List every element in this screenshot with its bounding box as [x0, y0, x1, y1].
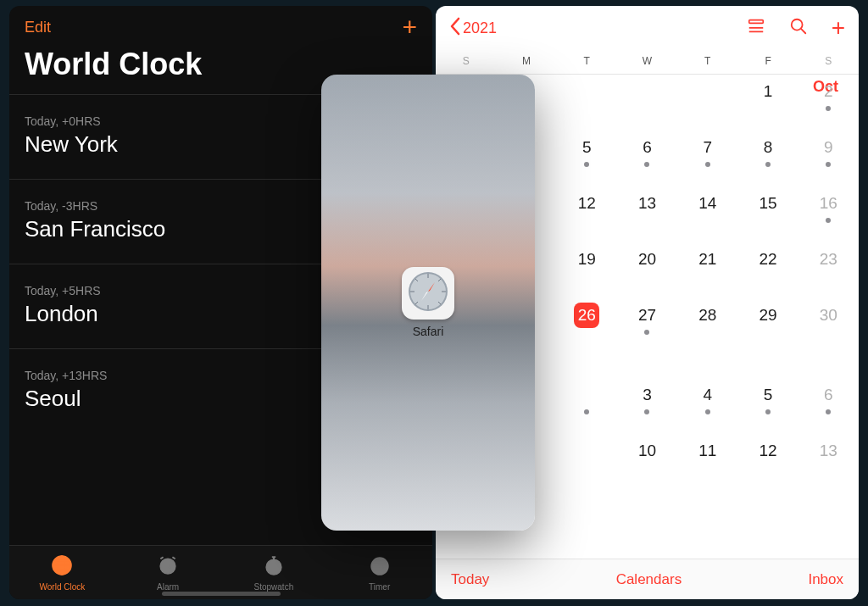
safari-app-icon[interactable]	[402, 267, 454, 320]
event-dot	[644, 162, 649, 167]
calendar-day-cell	[677, 490, 737, 546]
calendar-day-cell[interactable]: 6	[617, 131, 677, 186]
calendar-day-cell[interactable]: 15	[737, 186, 798, 242]
home-indicator[interactable]	[162, 592, 281, 596]
search-button[interactable]	[789, 17, 808, 39]
tab-label: Timer	[369, 582, 390, 592]
event-dot	[705, 409, 710, 414]
calendar-day-cell[interactable]: 5	[557, 131, 617, 186]
city-name: San Francisco	[25, 216, 165, 242]
tab-label: Stopwatch	[254, 582, 294, 592]
city-offset: Today, +13HRS	[25, 369, 107, 382]
calendar-day-cell[interactable]: 3	[617, 378, 677, 434]
calendar-day-cell[interactable]: 12	[557, 186, 617, 242]
calendars-button[interactable]: Calendars	[616, 571, 682, 588]
event-dot	[584, 162, 589, 167]
event-dot	[644, 409, 649, 414]
weekday-label: S	[798, 55, 859, 67]
day-number: 30	[820, 299, 837, 325]
calendar-day-cell[interactable]: 28	[677, 298, 737, 354]
calendar-day-cell[interactable]: 26	[557, 298, 617, 354]
calendar-day-cell[interactable]: 22	[737, 242, 798, 298]
calendar-day-cell[interactable]: 1	[737, 75, 798, 131]
edit-button[interactable]: Edit	[25, 19, 51, 36]
slideover-panel[interactable]: Safari	[321, 75, 535, 531]
calendar-day-cell[interactable]: 29	[737, 298, 798, 354]
calendar-day-cell[interactable]: 6	[798, 378, 859, 434]
day-number: 6	[824, 379, 833, 404]
day-number: 22	[759, 243, 776, 269]
day-number: 29	[759, 299, 776, 325]
day-number: 5	[582, 131, 592, 157]
event-dot	[826, 409, 831, 414]
city-name: New York	[25, 131, 118, 158]
inbox-button[interactable]: Inbox	[808, 571, 843, 588]
weekday-label: F	[737, 55, 798, 67]
calendar-day-cell[interactable]: 9	[798, 131, 859, 186]
timer-icon	[369, 554, 391, 580]
back-button[interactable]: 2021	[449, 17, 497, 40]
weekday-label: S	[436, 55, 496, 67]
calendar-day-cell[interactable]: 13	[798, 434, 859, 490]
calendar-footer: Today Calendars Inbox	[436, 559, 859, 599]
tab-world-clock[interactable]: World Clock	[9, 546, 115, 599]
day-number: 3	[643, 379, 652, 404]
calendar-day-cell	[737, 490, 798, 546]
calendar-day-cell[interactable]: 4	[677, 378, 737, 434]
weekday-label: T	[677, 55, 737, 67]
city-name: Seoul	[25, 386, 107, 412]
event-dot	[826, 162, 831, 167]
day-number: 20	[638, 243, 656, 269]
calendar-day-cell[interactable]: 13	[617, 186, 677, 242]
calendar-day-cell[interactable]: 27	[617, 298, 677, 354]
calendar-day-cell[interactable]: 2	[798, 75, 859, 131]
calendar-day-cell[interactable]: 12	[737, 434, 798, 490]
tab-timer[interactable]: Timer	[326, 546, 432, 599]
alarm-clock-icon	[157, 554, 179, 580]
city-offset: Today, +5HRS	[25, 284, 101, 297]
search-icon	[789, 17, 808, 36]
day-number: 11	[698, 435, 716, 460]
day-number: 12	[578, 187, 596, 213]
day-number: 23	[820, 243, 837, 269]
weekday-label: T	[557, 55, 617, 67]
calendar-day-cell[interactable]: 21	[677, 242, 737, 298]
day-number: 4	[703, 379, 712, 404]
calendar-day-cell[interactable]: 30	[798, 298, 859, 354]
day-number: 15	[759, 187, 776, 213]
globe-icon	[51, 554, 73, 580]
calendar-day-cell[interactable]: 8	[737, 131, 798, 186]
day-number: 28	[698, 299, 716, 325]
today-button[interactable]: Today	[451, 571, 489, 588]
calendar-day-cell	[557, 378, 617, 434]
list-view-button[interactable]	[747, 17, 765, 39]
day-number: 14	[698, 187, 716, 213]
event-dot	[826, 218, 831, 223]
svg-rect-5	[748, 20, 763, 24]
day-number: 27	[638, 299, 656, 325]
slideover-app-label: Safari	[413, 325, 444, 338]
calendar-day-cell[interactable]: 16	[798, 186, 859, 242]
calendar-day-cell[interactable]: 20	[617, 242, 677, 298]
calendar-day-cell[interactable]: 23	[798, 242, 859, 298]
calendar-day-cell[interactable]: 5	[737, 378, 798, 434]
add-event-button[interactable]: +	[832, 19, 845, 36]
calendar-day-cell	[617, 490, 677, 546]
day-number: 16	[820, 187, 837, 213]
calendar-day-cell[interactable]: 14	[677, 186, 737, 242]
compass-icon	[407, 270, 449, 316]
weekday-label: M	[496, 55, 556, 67]
add-city-button[interactable]: +	[402, 18, 417, 36]
stopwatch-icon	[263, 554, 285, 580]
today-highlight: 26	[574, 303, 599, 328]
calendar-day-cell	[557, 490, 617, 546]
calendar-day-cell[interactable]: 11	[677, 434, 737, 490]
event-dot	[826, 106, 831, 111]
calendar-day-cell[interactable]: 19	[557, 242, 617, 298]
event-dot	[644, 330, 649, 335]
event-dot	[765, 409, 771, 414]
calendar-day-cell	[617, 75, 677, 131]
calendar-day-cell[interactable]: 10	[617, 434, 677, 490]
calendar-day-cell[interactable]: 7	[677, 131, 737, 186]
day-number: 1	[764, 75, 773, 101]
